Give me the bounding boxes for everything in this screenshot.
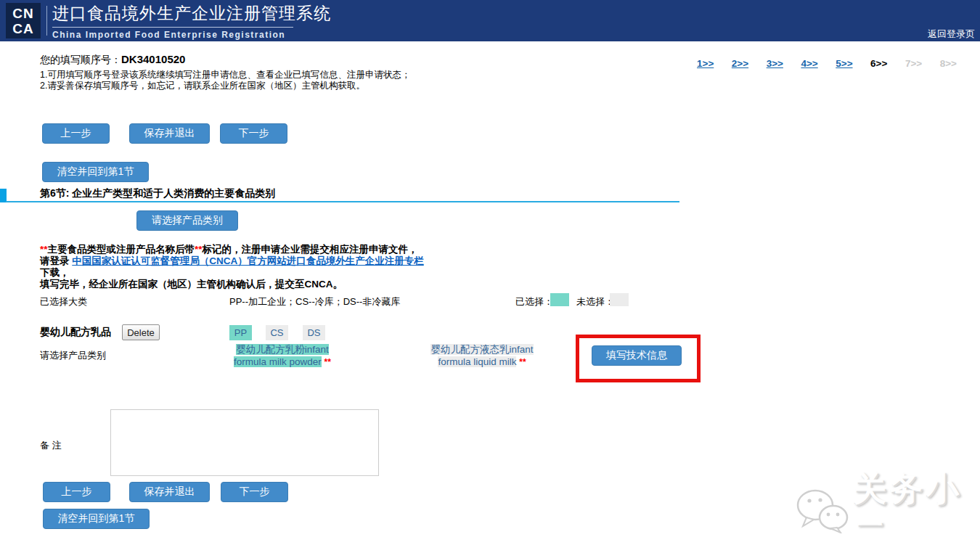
step-6-current: 6>> <box>870 58 887 69</box>
product-item-milk-powder[interactable]: 婴幼儿配方乳粉infant formula milk powder ** <box>220 344 345 368</box>
product-category-name: 婴幼儿配方乳品 <box>40 326 111 339</box>
save-exit-button-top[interactable]: 保存并退出 <box>129 123 210 144</box>
sequence-label: 您的填写顺序号： <box>40 54 121 65</box>
cnca-website-link[interactable]: 中国国家认证认可监督管理局（CNCA）官方网站进口食品境外生产企业注册专栏 <box>72 255 424 266</box>
facility-codes-legend: PP--加工企业；CS--冷库；DS--非冷藏库 <box>229 295 400 308</box>
facility-tag-ds[interactable]: DS <box>303 325 325 340</box>
notice-line2-prefix: 请登录 <box>40 255 72 266</box>
wechat-bubbles-icon <box>793 487 853 536</box>
back-to-login-link[interactable]: 返回登录页 <box>928 28 975 41</box>
step-5-link[interactable]: 5>> <box>836 58 852 69</box>
step-nav: 1>> 2>> 3>> 4>> 5>> 6>> 7>> 8>> <box>697 58 957 69</box>
save-exit-button-bottom[interactable]: 保存并退出 <box>129 482 210 502</box>
star-mark: ** <box>324 357 331 367</box>
sequence-value: DK34010520 <box>121 53 185 65</box>
product-item-name: 婴幼儿配方乳粉infant formula milk powder <box>234 344 329 367</box>
logo-line1: CN <box>6 6 41 21</box>
section-title: 第6节: 企业生产类型和适于人类消费的主要食品类别 <box>40 187 275 200</box>
star-mark: ** <box>195 244 203 255</box>
header-divider <box>46 6 47 36</box>
facility-tag-pp[interactable]: PP <box>229 325 252 340</box>
selected-color-swatch <box>550 293 569 306</box>
header-bar: CN CA 进口食品境外生产企业注册管理系统 China Imported Fo… <box>0 0 980 41</box>
facility-tag-cs[interactable]: CS <box>266 325 288 340</box>
select-product-category-button[interactable]: 请选择产品类别 <box>136 210 238 231</box>
clear-restart-button-top[interactable]: 清空并回到第1节 <box>42 162 149 182</box>
remark-label: 备 注 <box>40 439 62 452</box>
step-2-link[interactable]: 2>> <box>732 58 748 69</box>
product-item-name: 婴幼儿配方液态乳infant formula liquid milk <box>430 344 533 367</box>
sequence-note-2: 2.请妥善保存填写顺序号，如忘记，请联系企业所在国家（地区）主管机构获取。 <box>40 80 365 92</box>
selected-category-heading: 已选择大类 <box>40 295 87 308</box>
next-step-button-bottom[interactable]: 下一步 <box>221 482 288 502</box>
prev-step-button-bottom[interactable]: 上一步 <box>43 482 110 502</box>
header-titles: 进口食品境外生产企业注册管理系统 China Imported Food Ent… <box>52 2 331 40</box>
fill-technical-info-button[interactable]: 填写技术信息 <box>592 345 682 366</box>
section-underline <box>6 201 679 202</box>
unselected-color-swatch <box>610 293 629 306</box>
watermark: 关务小二 <box>793 467 980 537</box>
selected-legend-label: 已选择： <box>515 295 553 308</box>
step-4-link[interactable]: 4>> <box>801 58 817 69</box>
prev-step-button-top[interactable]: 上一步 <box>42 123 110 144</box>
delete-category-button[interactable]: Delete <box>122 324 160 340</box>
star-mark: ** <box>40 244 48 255</box>
cnca-logo: CN CA <box>6 3 41 38</box>
product-item-liquid-milk[interactable]: 婴幼儿配方液态乳infant formula liquid milk ** <box>420 344 544 368</box>
select-product-label: 请选择产品类别 <box>40 349 106 362</box>
step-1-link[interactable]: 1>> <box>697 58 714 69</box>
logo-line2: CA <box>6 21 41 36</box>
registration-notice: **主要食品类型或注册产品名称后带**标记的，注册申请企业需提交相应注册申请文件… <box>40 244 436 290</box>
notice-line3: 填写完毕，经企业所在国家（地区）主管机构确认后，提交至CNCA。 <box>40 279 343 290</box>
unselected-legend-label: 未选择： <box>576 295 614 308</box>
notice-line1-text2: 标记的，注册申请企业需提交相应注册申请文件， <box>203 244 418 255</box>
sequence-number-line: 您的填写顺序号：DK34010520 <box>40 53 185 67</box>
step-7-disabled: 7>> <box>905 58 922 69</box>
next-step-button-top[interactable]: 下一步 <box>220 123 287 144</box>
step-3-link[interactable]: 3>> <box>767 58 783 69</box>
clear-restart-button-bottom[interactable]: 清空并回到第1节 <box>43 509 150 529</box>
star-mark: ** <box>519 357 526 367</box>
notice-line2-suffix: 下载， <box>40 267 70 278</box>
app-title-en: China Imported Food Enterprise Registrat… <box>52 30 331 40</box>
notice-line1-text1: 主要食品类型或注册产品名称后带 <box>48 244 195 255</box>
remark-textarea[interactable] <box>110 409 379 476</box>
app-title-cn: 进口食品境外生产企业注册管理系统 <box>52 2 331 25</box>
watermark-text: 关务小二 <box>853 467 980 537</box>
step-8-disabled: 8>> <box>940 58 957 69</box>
title-divider <box>52 27 293 28</box>
